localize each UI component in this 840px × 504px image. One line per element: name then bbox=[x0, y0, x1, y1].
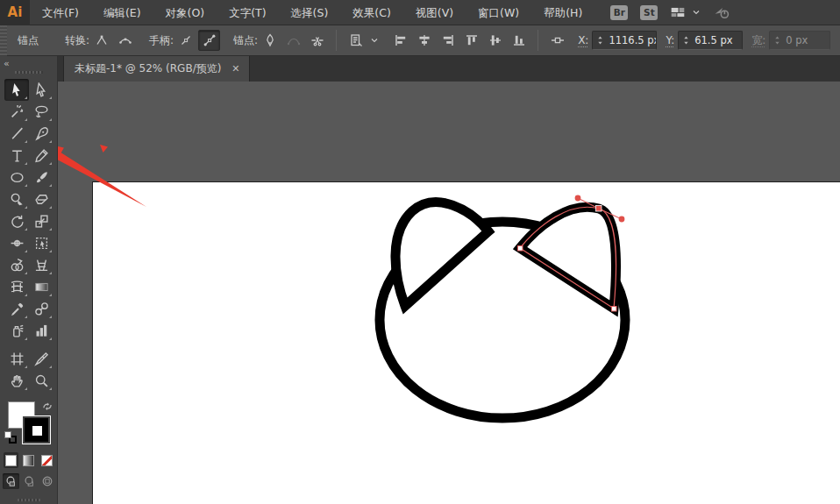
direct-selection-tool[interactable] bbox=[29, 79, 53, 101]
gradient-swatch-button[interactable] bbox=[21, 452, 36, 468]
tool-grid bbox=[4, 79, 53, 392]
menu-item-7[interactable]: 窗口(W) bbox=[466, 0, 531, 25]
eyedropper-tool[interactable] bbox=[4, 298, 29, 320]
handles-hide-icon bbox=[179, 33, 193, 47]
shape-builder-tool[interactable] bbox=[4, 254, 29, 276]
menu-item-8[interactable]: 帮助(H) bbox=[531, 0, 594, 25]
control-bar-grip[interactable] bbox=[0, 25, 7, 56]
pen-tool[interactable] bbox=[29, 123, 53, 145]
ellipse-tool[interactable] bbox=[4, 167, 29, 188]
align-bottom-button[interactable] bbox=[508, 30, 530, 51]
align-center-horizontal-button[interactable] bbox=[413, 30, 435, 51]
x-stepper-icon[interactable] bbox=[595, 32, 605, 48]
cs-live-icon[interactable] bbox=[714, 4, 730, 20]
symbol-sprayer-tool-icon bbox=[10, 323, 25, 338]
tab-close-icon[interactable]: ✕ bbox=[231, 63, 239, 75]
connect-path-icon bbox=[287, 33, 301, 47]
separator bbox=[336, 30, 337, 51]
stroke-color-swatch[interactable] bbox=[22, 415, 51, 444]
width-tool[interactable] bbox=[4, 232, 29, 254]
pencil-tool[interactable] bbox=[29, 145, 53, 167]
isolate-selection-button[interactable] bbox=[546, 30, 568, 51]
workspace-switcher-icon[interactable] bbox=[670, 4, 686, 20]
paintbrush-tool[interactable] bbox=[29, 167, 53, 188]
convert-corner-button[interactable] bbox=[90, 30, 112, 51]
column-graph-tool[interactable] bbox=[29, 320, 53, 342]
none-swatch-button[interactable] bbox=[39, 452, 54, 468]
document-setup-button[interactable] bbox=[345, 30, 367, 51]
default-fill-stroke-icon[interactable] bbox=[4, 431, 17, 444]
menu-item-4[interactable]: 选择(S) bbox=[279, 0, 341, 25]
menu-item-5[interactable]: 效果(C) bbox=[340, 0, 402, 25]
panel-collapse-icon[interactable]: « bbox=[4, 58, 9, 69]
type-tool[interactable] bbox=[4, 145, 29, 167]
menu-item-1[interactable]: 编辑(E) bbox=[91, 0, 153, 25]
width-tool-icon bbox=[10, 236, 25, 251]
paintbrush-tool-icon bbox=[34, 170, 49, 185]
y-input[interactable]: 61.5 px bbox=[678, 31, 743, 50]
blob-brush-tool[interactable] bbox=[4, 188, 29, 210]
zoom-tool[interactable] bbox=[29, 370, 53, 392]
chevron-down-icon bbox=[369, 35, 380, 46]
draw-inside-icon bbox=[41, 475, 53, 487]
app-logo: Ai bbox=[0, 0, 30, 25]
remove-anchor-pen-button[interactable] bbox=[259, 30, 281, 51]
menu-item-2[interactable]: 对象(O) bbox=[153, 0, 217, 25]
cs-live-icon bbox=[714, 4, 730, 20]
pen-tool-icon bbox=[34, 126, 49, 141]
panel-grip bbox=[18, 499, 40, 501]
perspective-grid-tool[interactable] bbox=[29, 254, 53, 276]
draw-behind-button[interactable] bbox=[21, 473, 38, 489]
chevron-down-icon[interactable] bbox=[691, 4, 701, 20]
menu-item-3[interactable]: 文字(T) bbox=[217, 0, 278, 25]
blend-tool[interactable] bbox=[29, 298, 53, 320]
bridge-button[interactable]: Br bbox=[610, 5, 628, 20]
convert-smooth-button[interactable] bbox=[114, 30, 136, 51]
color-swatch-button[interactable] bbox=[4, 452, 18, 468]
draw-normal-button[interactable] bbox=[3, 473, 19, 489]
artboard-tool[interactable] bbox=[4, 348, 29, 370]
hand-tool[interactable] bbox=[4, 370, 29, 392]
magic-wand-tool[interactable] bbox=[4, 101, 29, 123]
connect-path-button[interactable] bbox=[282, 30, 304, 51]
width-input: 0 px bbox=[769, 31, 830, 50]
menu-item-6[interactable]: 视图(V) bbox=[403, 0, 466, 25]
artboard[interactable] bbox=[92, 181, 840, 504]
menu-item-0[interactable]: 文件(F) bbox=[30, 0, 91, 25]
slice-tool[interactable] bbox=[29, 348, 53, 370]
eyedropper-tool-icon bbox=[10, 302, 25, 316]
handles-show-button[interactable] bbox=[198, 30, 220, 51]
symbol-sprayer-tool[interactable] bbox=[4, 320, 29, 342]
free-transform-tool[interactable] bbox=[29, 232, 53, 254]
swap-fill-stroke-icon[interactable] bbox=[41, 400, 53, 411]
scale-tool-icon bbox=[34, 214, 49, 229]
align-middle-vertical-button[interactable] bbox=[484, 30, 506, 51]
chevron-down-icon bbox=[691, 4, 701, 20]
y-stepper-icon[interactable] bbox=[681, 32, 691, 48]
gradient-tool[interactable] bbox=[29, 276, 53, 298]
draw-inside-button[interactable] bbox=[39, 473, 55, 489]
lasso-tool[interactable] bbox=[29, 101, 53, 123]
panel-grip[interactable] bbox=[15, 71, 43, 74]
document-tab[interactable]: 未标题-1* @ 52% (RGB/预览) ✕ bbox=[63, 56, 250, 82]
stepper-icon bbox=[772, 32, 782, 48]
cut-path-button[interactable] bbox=[306, 30, 328, 51]
align-right-button[interactable] bbox=[437, 30, 459, 51]
anchor-panel-label: 锚点 bbox=[18, 33, 39, 48]
align-left-button[interactable] bbox=[389, 30, 411, 51]
x-input[interactable]: 1116.5 px bbox=[592, 31, 657, 50]
y-label: Y: bbox=[666, 34, 674, 46]
mesh-tool[interactable] bbox=[4, 276, 29, 298]
eraser-tool[interactable] bbox=[29, 188, 53, 210]
selection-tool[interactable] bbox=[4, 79, 29, 101]
hand-tool-icon bbox=[10, 373, 25, 388]
align-top-button[interactable] bbox=[460, 30, 482, 51]
anchors-label: 锚点: bbox=[233, 33, 258, 48]
width-field-group: 宽: 0 px bbox=[743, 31, 830, 50]
stock-button[interactable]: St bbox=[640, 5, 658, 20]
handles-hide-button[interactable] bbox=[174, 30, 196, 51]
pencil-tool-icon bbox=[34, 148, 49, 163]
scale-tool[interactable] bbox=[29, 210, 53, 232]
line-segment-tool[interactable] bbox=[4, 123, 29, 145]
rotate-tool[interactable] bbox=[4, 210, 29, 232]
